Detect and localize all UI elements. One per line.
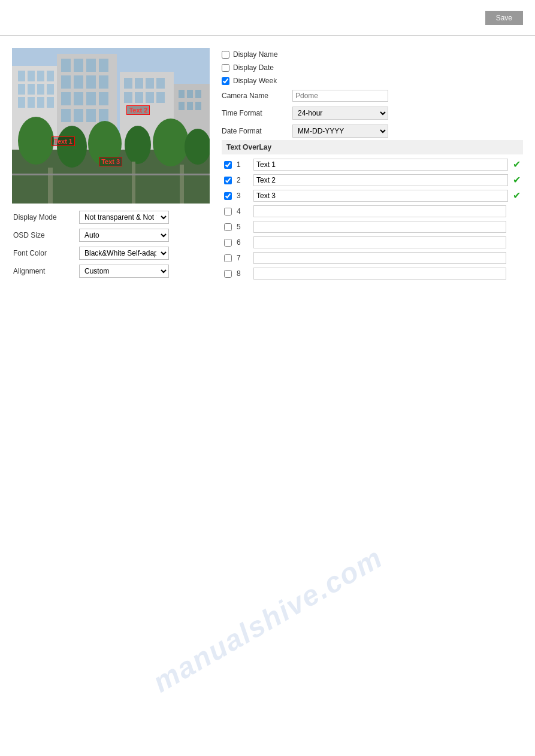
display-week-label: Display Week (233, 77, 277, 85)
svg-rect-22 (99, 75, 108, 89)
display-date-label: Display Date (233, 63, 274, 72)
overlay-8-num: 8 (237, 269, 249, 278)
osd-size-label: OSD Size (12, 226, 78, 244)
svg-rect-26 (99, 92, 108, 105)
svg-rect-56 (180, 165, 184, 204)
svg-rect-4 (37, 71, 44, 81)
overlay-2-num: 2 (237, 176, 249, 184)
camera-name-row: Camera Name (222, 87, 523, 104)
overlay-1-check-icon: ✔ (513, 160, 521, 169)
svg-point-53 (185, 129, 210, 165)
svg-rect-12 (37, 97, 44, 108)
display-week-checkbox[interactable] (222, 77, 229, 85)
svg-point-49 (57, 126, 87, 168)
overlay-row-4: 4 (222, 204, 523, 219)
overlay-5-checkbox[interactable] (224, 223, 232, 231)
text-overlay-1[interactable]: Text 1 (52, 136, 75, 146)
overlay-4-checkbox[interactable] (224, 208, 232, 215)
alignment-row: Alignment Custom Left Right Center (12, 262, 210, 280)
overlay-row-1: 1 ✔ (222, 157, 523, 172)
date-format-row: Date Format MM-DD-YYYY DD-MM-YYYY YYYY-M… (222, 122, 523, 140)
svg-rect-2 (18, 71, 25, 81)
svg-rect-36 (124, 92, 132, 103)
display-date-checkbox[interactable] (222, 64, 229, 72)
svg-rect-18 (99, 59, 108, 72)
overlay-section-title: Text OverLay (222, 140, 523, 154)
overlay-row-2: 2 ✔ (222, 172, 523, 188)
svg-rect-33 (135, 78, 143, 89)
left-panel: Text 1 Text 2 Text 3 Display Mode Not tr… (12, 48, 210, 281)
svg-rect-11 (28, 97, 35, 108)
camera-name-label: Camera Name (222, 92, 288, 100)
svg-rect-45 (187, 102, 193, 110)
svg-rect-35 (156, 78, 165, 89)
font-color-row: Font Color Black&White Self-adaptive Bla… (12, 244, 210, 262)
overlay-row-7: 7 (222, 250, 523, 266)
overlay-6-input[interactable] (253, 236, 506, 248)
text-overlay-3[interactable]: Text 3 (99, 157, 122, 166)
overlay-3-checkbox[interactable] (224, 192, 232, 200)
svg-rect-29 (86, 109, 96, 122)
overlay-row-6: 6 (222, 235, 523, 250)
osd-size-select[interactable]: Auto Small Medium Large (79, 229, 169, 242)
svg-rect-57 (12, 174, 210, 175)
display-name-label: Display Name (233, 50, 278, 59)
time-format-label: Time Format (222, 109, 288, 117)
overlay-8-input[interactable] (253, 268, 506, 280)
alignment-select[interactable]: Custom Left Right Center (79, 265, 169, 278)
svg-rect-21 (86, 75, 96, 89)
overlay-5-input[interactable] (253, 221, 506, 233)
camera-name-input[interactable] (292, 90, 388, 102)
overlay-7-input[interactable] (253, 252, 506, 264)
overlay-1-num: 1 (237, 160, 249, 169)
overlay-7-num: 7 (237, 254, 249, 262)
camera-scene (12, 48, 210, 204)
svg-rect-9 (47, 84, 54, 95)
font-color-label: Font Color (12, 244, 78, 262)
svg-rect-28 (74, 109, 83, 122)
page: Save (0, 0, 535, 756)
overlay-4-input[interactable] (253, 205, 506, 217)
overlay-6-checkbox[interactable] (224, 239, 232, 247)
display-mode-select[interactable]: Not transparent & Not flashing Transpare… (79, 211, 169, 224)
svg-point-52 (153, 119, 189, 166)
save-button[interactable]: Save (485, 11, 523, 25)
display-mode-row: Display Mode Not transparent & Not flash… (12, 208, 210, 226)
overlay-3-check-icon: ✔ (513, 191, 521, 201)
overlay-2-check-icon: ✔ (513, 175, 521, 185)
svg-rect-55 (132, 162, 135, 204)
display-name-checkbox[interactable] (222, 51, 229, 59)
overlay-2-checkbox[interactable] (224, 177, 232, 184)
overlay-1-input[interactable] (253, 159, 508, 171)
svg-rect-38 (146, 92, 154, 103)
svg-rect-30 (99, 109, 108, 122)
overlay-1-checkbox[interactable] (224, 161, 232, 169)
date-format-select[interactable]: MM-DD-YYYY DD-MM-YYYY YYYY-MM-DD (292, 125, 388, 138)
svg-rect-17 (86, 59, 96, 72)
overlay-row-5: 5 (222, 219, 523, 235)
svg-point-51 (125, 126, 151, 164)
svg-rect-39 (156, 92, 165, 103)
svg-rect-16 (74, 59, 83, 72)
svg-rect-10 (18, 97, 25, 108)
overlay-8-checkbox[interactable] (224, 270, 232, 278)
time-format-row: Time Format 24-hour 12-hour (222, 104, 523, 122)
overlay-4-num: 4 (237, 207, 249, 215)
text-overlay-2[interactable]: Text 2 (126, 105, 150, 115)
alignment-label: Alignment (12, 262, 78, 280)
svg-rect-7 (28, 84, 35, 95)
top-bar: Save (0, 0, 535, 36)
svg-rect-32 (124, 78, 132, 89)
display-week-row: Display Week (222, 74, 523, 87)
svg-rect-41 (179, 90, 185, 98)
overlay-2-input[interactable] (253, 174, 508, 186)
right-panel: Display Name Display Date Display Week C… (222, 48, 523, 281)
main-content: Text 1 Text 2 Text 3 Display Mode Not tr… (0, 36, 535, 293)
overlay-row-3: 3 ✔ (222, 188, 523, 204)
display-mode-label: Display Mode (12, 208, 78, 226)
time-format-select[interactable]: 24-hour 12-hour (292, 107, 388, 120)
overlay-7-checkbox[interactable] (224, 254, 232, 262)
svg-rect-19 (61, 75, 71, 89)
font-color-select[interactable]: Black&White Self-adaptive Black White (79, 247, 169, 260)
overlay-3-input[interactable] (253, 190, 508, 202)
